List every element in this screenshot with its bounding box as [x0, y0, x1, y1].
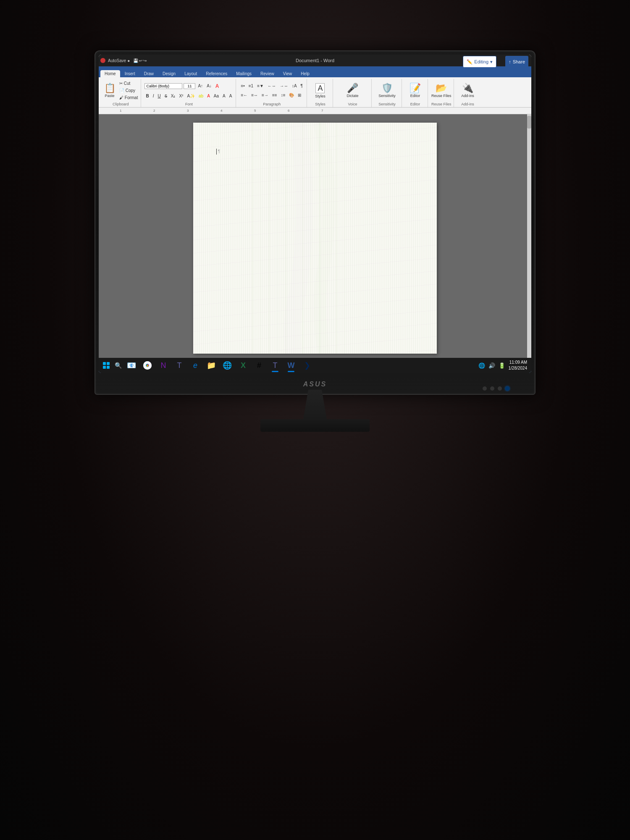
multilevel-list-button[interactable]: ≡▼: [256, 83, 265, 89]
tab-insert[interactable]: Insert: [121, 70, 139, 77]
show-para-button[interactable]: ¶: [299, 83, 304, 89]
taskbar-app-word[interactable]: W: [284, 358, 299, 373]
align-right-button[interactable]: ≡→: [260, 92, 270, 98]
decrease-indent-button[interactable]: ←↔: [266, 83, 277, 89]
bullet-list-button[interactable]: ≡•: [239, 83, 246, 89]
monitor-btn-menu[interactable]: [483, 386, 487, 391]
voice-group: 🎤 Dictate Voice: [334, 79, 372, 107]
clear-formatting-button[interactable]: A: [214, 82, 220, 90]
copy-button[interactable]: 📄 Copy: [118, 87, 139, 94]
tab-design[interactable]: Design: [158, 70, 180, 77]
tab-home[interactable]: Home: [100, 70, 120, 77]
decrease-font-button[interactable]: A↓: [205, 83, 213, 89]
tab-review[interactable]: Review: [256, 70, 278, 77]
font-group: A↑ A↓ A B I U S̶ X₂ X² A✨: [142, 79, 236, 107]
justify-button[interactable]: ≡≡: [271, 92, 278, 98]
font-color-button[interactable]: A: [206, 93, 211, 99]
addins-group: 🔌 Add-ins Add-ins: [455, 79, 480, 107]
aa3-button[interactable]: A: [228, 93, 234, 99]
screen-artifact: [193, 123, 437, 354]
svg-rect-9: [328, 123, 328, 354]
paragraph-mark: ¶: [218, 149, 220, 154]
taskbar-app-edge[interactable]: e: [188, 358, 203, 373]
addins-button[interactable]: 🔌 Add-ins: [460, 83, 475, 99]
tab-mailings[interactable]: Mailings: [232, 70, 256, 77]
aa-button[interactable]: Aa: [213, 93, 220, 99]
paragraph-row2: ≡← ≡↔ ≡→ ≡≡ ↕≡ 🎨 ⊞: [239, 91, 305, 99]
start-square-bl: [103, 366, 106, 369]
taskbar-app-explorer[interactable]: 📁: [204, 358, 219, 373]
paragraph-group: ≡• ≡1 ≡▼ ←↔ →↔ ↕A ¶ ≡← ≡↔: [237, 79, 307, 107]
document-page[interactable]: ¶: [193, 123, 437, 354]
taskbar-app-photos[interactable]: 🌐: [220, 358, 235, 373]
sort-button[interactable]: ↕A: [291, 83, 298, 89]
borders-button[interactable]: ⊞: [297, 92, 302, 98]
taskbar-app-outlook[interactable]: 📧: [124, 358, 139, 373]
superscript-button[interactable]: X²: [178, 93, 184, 99]
editor-group-label: Editor: [410, 102, 420, 107]
monitor-btn-up[interactable]: [498, 386, 502, 391]
format-painter-button[interactable]: 🖌 Format: [118, 94, 139, 101]
italic-button[interactable]: I: [152, 93, 155, 99]
taskbar-app-teams[interactable]: T: [172, 358, 187, 373]
line-spacing-button[interactable]: ↕≡: [280, 92, 287, 98]
tab-draw[interactable]: Draw: [140, 70, 158, 77]
tab-view[interactable]: View: [279, 70, 297, 77]
aa2-button[interactable]: A: [221, 93, 227, 99]
svg-rect-5: [294, 123, 294, 354]
monitor-power-button[interactable]: [505, 386, 509, 391]
cut-button[interactable]: ✂ Cut: [118, 80, 139, 87]
styles-group-label: Styles: [315, 102, 326, 107]
sensitivity-group-label: Sensitivity: [378, 102, 396, 107]
editing-mode-button[interactable]: ✏️ Editing ▾: [463, 56, 496, 68]
share-button[interactable]: ↑ Share: [505, 56, 528, 68]
undo-btn[interactable]: ↩: [139, 58, 142, 63]
text-effects-button[interactable]: A✨: [186, 93, 196, 99]
tab-layout[interactable]: Layout: [180, 70, 201, 77]
scroll-thumb[interactable]: [527, 116, 531, 129]
underline-button[interactable]: U: [156, 93, 162, 99]
taskbar-app-onenote[interactable]: N: [156, 358, 171, 373]
taskbar-app-teams2[interactable]: T: [268, 358, 283, 373]
document-area[interactable]: ¶: [99, 114, 531, 365]
subscript-button[interactable]: X₂: [170, 93, 177, 99]
align-center-button[interactable]: ≡↔: [250, 92, 259, 98]
strikethrough-button[interactable]: S̶: [163, 93, 168, 99]
tab-references[interactable]: References: [202, 70, 231, 77]
styles-label: Styles: [315, 94, 326, 98]
shading-button[interactable]: 🎨: [288, 92, 295, 98]
increase-font-button[interactable]: A↑: [197, 83, 204, 89]
bold-button[interactable]: B: [144, 93, 150, 99]
highlight-button[interactable]: ab: [197, 93, 205, 99]
font-label: Font: [185, 102, 193, 107]
font-name-input[interactable]: [144, 83, 182, 89]
reuse-files-button[interactable]: 📂 Reuse Files: [430, 83, 452, 99]
taskbar-app-powershell[interactable]: ❯: [299, 358, 315, 373]
scrollbar[interactable]: [527, 114, 531, 365]
system-clock[interactable]: 11:09 AM 1/28/2024: [509, 360, 528, 371]
save-btn[interactable]: 💾: [133, 58, 138, 63]
taskbar-app-chrome[interactable]: [140, 358, 155, 373]
tray-network-icon: 🌐: [478, 362, 485, 369]
font-size-input[interactable]: [184, 83, 195, 89]
numbered-list-button[interactable]: ≡1: [247, 83, 255, 89]
taskbar-app-excel[interactable]: X: [236, 358, 251, 373]
increase-indent-button[interactable]: →↔: [278, 83, 289, 89]
taskbar-search-button[interactable]: 🔍: [113, 360, 123, 370]
sensitivity-label: Sensitivity: [378, 94, 396, 98]
paste-button[interactable]: 📋 Paste: [102, 83, 117, 99]
redo-btn[interactable]: ↪: [143, 58, 147, 63]
align-left-button[interactable]: ≡←: [239, 92, 249, 98]
monitor-btn-back[interactable]: [490, 386, 494, 391]
photos-icon: 🌐: [223, 361, 232, 370]
sensitivity-button[interactable]: 🛡️ Sensitivity: [378, 83, 396, 99]
tab-help[interactable]: Help: [297, 70, 314, 77]
editor-button[interactable]: 📝 Editor: [407, 83, 423, 99]
sensitivity-group: 🛡️ Sensitivity Sensitivity: [373, 79, 402, 107]
styles-button[interactable]: A Styles: [312, 82, 328, 99]
taskbar-app-calculator[interactable]: #: [252, 358, 267, 373]
start-button[interactable]: [100, 360, 112, 371]
styles-icon: A: [315, 83, 325, 93]
dictate-button[interactable]: 🎤 Dictate: [345, 83, 360, 99]
svg-rect-2: [269, 123, 270, 354]
